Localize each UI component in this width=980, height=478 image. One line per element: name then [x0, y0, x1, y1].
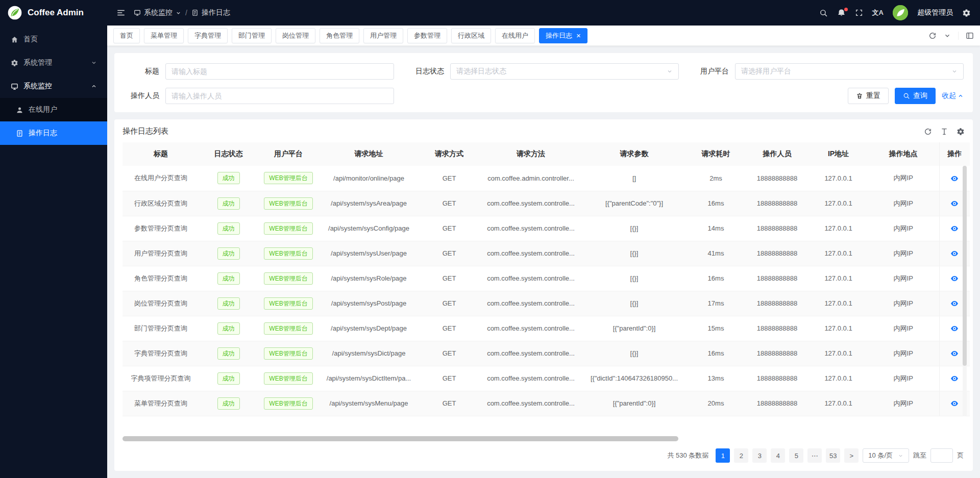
cell-duration: 16ms [687, 191, 745, 216]
cell-operator: 18888888888 [745, 316, 809, 341]
view-detail-eye-icon[interactable] [950, 349, 959, 358]
cell-ip: 127.0.0.1 [809, 166, 868, 191]
sidebar-item-home[interactable]: 首页 [0, 28, 107, 51]
tab-item-3[interactable]: 部门管理 [232, 28, 272, 43]
collapse-search-link[interactable]: 收起 [942, 91, 964, 100]
cell-title: 岗位管理分页查询 [122, 291, 199, 316]
breadcrumb-label: 操作日志 [202, 8, 230, 17]
column-header-5: 请求方式 [419, 142, 480, 166]
page-button-3[interactable]: 3 [752, 448, 767, 463]
view-detail-eye-icon[interactable] [950, 224, 959, 233]
horizontal-scrollbar-thumb[interactable] [122, 436, 678, 441]
horizontal-scrollbar[interactable] [122, 436, 965, 441]
page-button-1[interactable]: 1 [716, 448, 730, 463]
tab-options-chevron-icon[interactable] [944, 32, 951, 39]
platform-badge: WEB管理后台 [264, 197, 312, 210]
cell-handler: com.coffee.system.controlle... [480, 316, 582, 341]
query-button[interactable]: 查询 [895, 88, 936, 104]
app-logo[interactable]: Coffee Admin [0, 0, 107, 26]
tab-label: 部门管理 [238, 31, 265, 40]
tab-close-icon[interactable]: × [576, 32, 581, 39]
settings-gear-icon[interactable] [962, 9, 971, 17]
column-header-7: 请求参数 [582, 142, 687, 166]
status-badge: 成功 [217, 372, 240, 385]
cell-title: 部门管理分页查询 [122, 316, 199, 341]
column-header-6: 请求方法 [480, 142, 582, 166]
operator-input[interactable] [165, 88, 394, 104]
reset-button[interactable]: 重置 [848, 88, 889, 104]
tab-item-9[interactable]: 在线用户 [495, 28, 535, 43]
view-detail-eye-icon[interactable] [950, 324, 959, 333]
cell-duration: 13ms [687, 366, 745, 391]
tab-item-10[interactable]: 操作日志× [539, 28, 587, 43]
page-size-select[interactable]: 10 条/页 [863, 448, 909, 463]
title-input[interactable] [165, 63, 394, 80]
query-label: 查询 [913, 91, 927, 100]
vertical-scrollbar[interactable] [963, 166, 967, 416]
tab-bar: 首页菜单管理字典管理部门管理岗位管理角色管理用户管理参数管理行政区域在线用户操作… [107, 26, 980, 46]
cell-params: [{"dictId":140647326180950... [582, 366, 687, 391]
cell-url: /api/system/sysPost/page [319, 291, 419, 316]
view-detail-eye-icon[interactable] [950, 174, 959, 183]
chevron-down-icon [951, 68, 958, 74]
sidebar-item-online-users[interactable]: 在线用户 [0, 98, 107, 121]
view-detail-eye-icon[interactable] [950, 374, 959, 383]
view-detail-eye-icon[interactable] [950, 199, 959, 208]
view-detail-eye-icon[interactable] [950, 274, 959, 283]
cell-platform: WEB管理后台 [258, 316, 319, 341]
page-button-53[interactable]: 53 [826, 448, 840, 463]
platform-badge: WEB管理后台 [264, 322, 312, 335]
sidebar-item-system-management[interactable]: 系统管理 [0, 51, 107, 74]
tab-item-8[interactable]: 行政区域 [451, 28, 491, 43]
cell-url: /api/system/sysUser/page [319, 241, 419, 266]
cell-duration: 17ms [687, 291, 745, 316]
tab-item-1[interactable]: 菜单管理 [144, 28, 184, 43]
tab-item-4[interactable]: 岗位管理 [276, 28, 315, 43]
page-size-value: 10 条/页 [868, 451, 893, 460]
fullscreen-icon[interactable] [855, 9, 863, 17]
avatar[interactable] [893, 5, 908, 20]
notification-dot [844, 8, 848, 11]
cell-location: 内网IP [868, 216, 939, 241]
username[interactable]: 超级管理员 [917, 8, 953, 17]
cell-title: 字典项管理分页查询 [122, 366, 199, 391]
user-platform-select[interactable]: 请选择用户平台 [735, 63, 964, 80]
refresh-icon[interactable] [928, 32, 937, 40]
next-page-button[interactable]: > [844, 448, 859, 463]
language-icon[interactable]: 文A [872, 8, 884, 17]
cell-url: /api/system/sysDept/page [319, 316, 419, 341]
refresh-icon[interactable] [924, 128, 932, 136]
cell-url: /api/system/sysDict/page [319, 341, 419, 366]
vertical-scrollbar-thumb[interactable] [963, 166, 967, 366]
view-detail-eye-icon[interactable] [950, 299, 959, 308]
cell-operator: 18888888888 [745, 291, 809, 316]
tab-item-5[interactable]: 角色管理 [320, 28, 359, 43]
layout-expand-icon[interactable] [958, 32, 974, 40]
sidebar-item-operation-log[interactable]: 操作日志 [0, 121, 107, 145]
page-button-4[interactable]: 4 [771, 448, 785, 463]
collapse-menu-icon[interactable] [116, 8, 126, 17]
search-icon[interactable] [819, 9, 828, 17]
page-ellipsis[interactable]: ⋯ [807, 448, 822, 463]
view-detail-eye-icon[interactable] [950, 399, 959, 408]
pagination: 共 530 条数据 12345⋯53 > 10 条/页 跳至 页 [122, 444, 965, 467]
density-icon[interactable] [940, 128, 948, 136]
cell-status: 成功 [199, 366, 258, 391]
tab-item-6[interactable]: 用户管理 [363, 28, 403, 43]
column-settings-icon[interactable] [957, 128, 965, 136]
breadcrumb-system-monitor[interactable]: 系统监控 [134, 8, 181, 17]
log-status-select[interactable]: 请选择日志状态 [450, 63, 679, 80]
jump-page-input[interactable] [930, 448, 953, 463]
sidebar-item-system-monitor[interactable]: 系统监控 [0, 74, 107, 98]
cell-platform: WEB管理后台 [258, 266, 319, 291]
breadcrumb-operation-log[interactable]: 操作日志 [191, 8, 230, 17]
tab-item-0[interactable]: 首页 [113, 28, 140, 43]
page-button-2[interactable]: 2 [734, 448, 748, 463]
view-detail-eye-icon[interactable] [950, 249, 959, 258]
main-area: 系统监控 / 操作日志 文A 超级管理员 [107, 0, 980, 478]
tab-item-2[interactable]: 字典管理 [188, 28, 228, 43]
notification-bell-icon[interactable] [837, 9, 846, 17]
page-button-5[interactable]: 5 [789, 448, 803, 463]
tab-item-7[interactable]: 参数管理 [407, 28, 447, 43]
cell-status: 成功 [199, 166, 258, 191]
